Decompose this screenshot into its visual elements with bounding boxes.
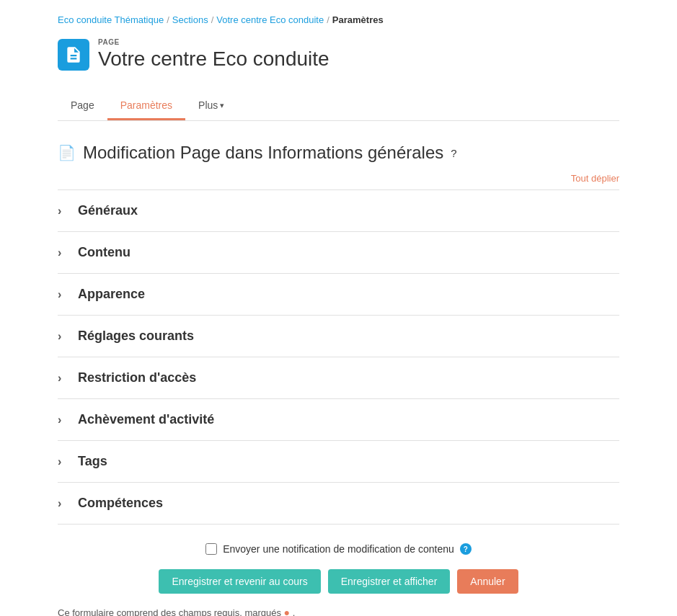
- chevron-right-icon: ›: [58, 205, 69, 218]
- accordion-item-apparence[interactable]: › Apparence: [58, 274, 619, 316]
- accordion-item-restriction[interactable]: › Restriction d'accès: [58, 357, 619, 399]
- chevron-right-icon: ›: [58, 288, 69, 301]
- breadcrumb-link-2[interactable]: Sections: [172, 14, 208, 25]
- save-course-button[interactable]: Enregistrer et revenir au cours: [159, 569, 320, 594]
- section-heading-row: 📄 Modification Page dans Informations gé…: [58, 143, 619, 163]
- accordion-label-generaux: Généraux: [78, 203, 138, 218]
- tab-plus[interactable]: Plus ▾: [185, 92, 237, 120]
- required-icon: ●: [284, 607, 290, 616]
- required-note: Ce formulaire comprend des champs requis…: [58, 607, 619, 616]
- chevron-down-icon: ▾: [220, 101, 224, 110]
- accordion-label-contenu: Contenu: [78, 245, 130, 260]
- required-note-dot: .: [293, 607, 296, 616]
- notification-checkbox[interactable]: [205, 543, 217, 555]
- chevron-right-icon: ›: [58, 372, 69, 385]
- tab-plus-label: Plus: [198, 99, 218, 111]
- chevron-right-icon: ›: [58, 414, 69, 427]
- page-header-text: PAGE Votre centre Eco conduite: [98, 38, 329, 71]
- breadcrumb-sep-1: /: [167, 14, 169, 25]
- breadcrumb-current: Paramètres: [332, 14, 384, 25]
- breadcrumb: Eco conduite Thématique / Sections / Vot…: [58, 14, 619, 25]
- buttons-row: Enregistrer et revenir au cours Enregist…: [58, 569, 619, 594]
- tabs-bar: Page Paramètres Plus ▾: [58, 92, 619, 121]
- breadcrumb-sep-3: /: [327, 14, 329, 25]
- accordion-item-tags[interactable]: › Tags: [58, 441, 619, 483]
- accordion-label-tags: Tags: [78, 454, 107, 469]
- accordion-label-restriction: Restriction d'accès: [78, 370, 196, 385]
- required-note-text: Ce formulaire comprend des champs requis…: [58, 607, 281, 616]
- chevron-right-icon: ›: [58, 497, 69, 510]
- accordion-label-apparence: Apparence: [78, 287, 145, 302]
- chevron-right-icon: ›: [58, 330, 69, 343]
- section-doc-icon: 📄: [58, 144, 76, 161]
- section-help-icon[interactable]: ?: [451, 147, 456, 159]
- section-heading: Modification Page dans Informations géné…: [83, 143, 443, 163]
- bottom-section: Envoyer une notification de modification…: [58, 532, 619, 616]
- accordion-item-generaux[interactable]: › Généraux: [58, 190, 619, 232]
- breadcrumb-link-3[interactable]: Votre centre Eco conduite: [216, 14, 324, 25]
- save-display-button[interactable]: Enregistrer et afficher: [328, 569, 451, 594]
- accordion-label-achevement: Achèvement d'activité: [78, 412, 214, 427]
- page-header: PAGE Votre centre Eco conduite: [58, 38, 619, 78]
- tab-parametres[interactable]: Paramètres: [107, 92, 185, 120]
- page-title: Votre centre Eco conduite: [98, 48, 329, 71]
- document-icon: [64, 45, 83, 64]
- tab-page[interactable]: Page: [58, 92, 107, 120]
- accordion-item-achevement[interactable]: › Achèvement d'activité: [58, 399, 619, 441]
- page-label: PAGE: [98, 38, 329, 46]
- notification-row: Envoyer une notification de modification…: [58, 543, 619, 555]
- tout-deplier-row: Tout déplier: [58, 173, 619, 184]
- chevron-right-icon: ›: [58, 455, 69, 468]
- page-icon: [58, 39, 89, 71]
- accordion-label-competences: Compétences: [78, 496, 163, 511]
- breadcrumb-link-1[interactable]: Eco conduite Thématique: [58, 14, 164, 25]
- accordion-item-contenu[interactable]: › Contenu: [58, 232, 619, 274]
- chevron-right-icon: ›: [58, 246, 69, 259]
- breadcrumb-sep-2: /: [211, 14, 214, 25]
- notification-label: Envoyer une notification de modification…: [223, 543, 454, 555]
- accordion-item-reglages[interactable]: › Réglages courants: [58, 316, 619, 357]
- accordion-item-competences[interactable]: › Compétences: [58, 483, 619, 525]
- accordion-label-reglages: Réglages courants: [78, 329, 194, 344]
- cancel-button[interactable]: Annuler: [457, 569, 518, 594]
- tout-deplier-button[interactable]: Tout déplier: [571, 173, 619, 184]
- notification-help-icon[interactable]: ?: [460, 543, 472, 555]
- accordion-list: › Généraux › Contenu › Apparence › Régla…: [58, 189, 619, 525]
